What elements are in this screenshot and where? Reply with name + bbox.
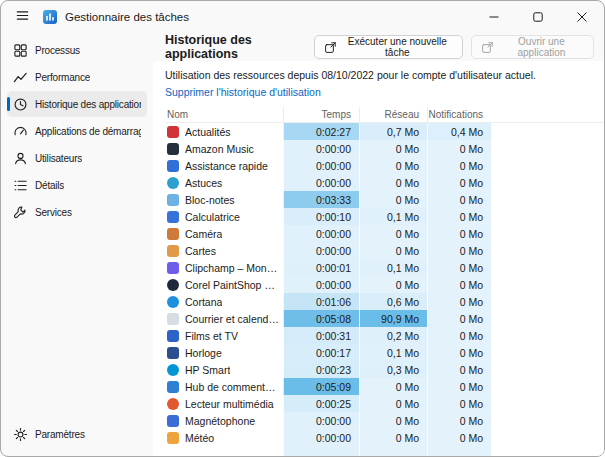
notifications-cell: 0 Mo: [427, 259, 491, 276]
sidebar-nav: Processus Performance Historique des app…: [7, 37, 147, 226]
app-icon: [167, 160, 179, 172]
sidebar-item-utilisateurs[interactable]: Utilisateurs: [7, 145, 147, 171]
table-row[interactable]: HP Smart 0:00:23 0,3 Mo 0 Mo: [165, 361, 604, 378]
sidebar-item-applications-demarrage[interactable]: Applications de démarrage: [7, 118, 147, 144]
cpu-time-cell: 0:01:06: [283, 293, 359, 310]
minimize-button[interactable]: [472, 1, 516, 33]
notifications-cell: 0 Mo: [427, 361, 491, 378]
app-name: Météo: [185, 432, 214, 444]
network-cell: 0,7 Mo: [359, 123, 427, 140]
app-icon: [167, 415, 179, 427]
table-row[interactable]: Astuces 0:00:00 0 Mo 0 Mo: [165, 174, 604, 191]
notifications-cell: 0,4 Mo: [427, 123, 491, 140]
notifications-cell: 0 Mo: [427, 310, 491, 327]
app-name: Amazon Music: [185, 143, 254, 155]
app-name: Actualités: [185, 126, 231, 138]
cpu-time-cell: 0:00:17: [283, 344, 359, 361]
sidebar-item-label: Paramètres: [35, 429, 85, 440]
network-cell: 0 Mo: [359, 395, 427, 412]
table-row[interactable]: Hub de commentaires 0:05:09 0 Mo 0 Mo: [165, 378, 604, 395]
notifications-cell: 0 Mo: [427, 208, 491, 225]
sidebar-item-parametres[interactable]: Paramètres: [7, 421, 147, 447]
app-icon: [167, 279, 179, 291]
table-row[interactable]: Amazon Music 0:00:00 0 Mo 0 Mo: [165, 140, 604, 157]
main-header: Historique des applications Exécuter une…: [153, 33, 604, 61]
column-header-temps-processeur[interactable]: Temps processeur: [283, 107, 359, 122]
app-icon: [167, 347, 179, 359]
table-row[interactable]: Cartes 0:00:00 0 Mo 0 Mo: [165, 242, 604, 259]
app-name-cell: Amazon Music: [165, 140, 283, 157]
app-name-cell: Calculatrice: [165, 208, 283, 225]
open-app-icon: [481, 41, 494, 54]
network-cell: 0 Mo: [359, 225, 427, 242]
table-row[interactable]: Courrier et calendrier 0:05:08 90,9 Mo 0…: [165, 310, 604, 327]
app-name-cell: [165, 446, 283, 456]
network-cell: 90,9 Mo: [359, 310, 427, 327]
column-header-notifications[interactable]: Notifications: [427, 107, 491, 122]
network-cell: 0,1 Mo: [359, 208, 427, 225]
table-row[interactable]: Calculatrice 0:00:10 0,1 Mo 0 Mo: [165, 208, 604, 225]
close-button[interactable]: [560, 1, 604, 33]
app-name-cell: HP Smart: [165, 361, 283, 378]
gear-icon: [13, 427, 28, 442]
app-name-cell: Corel PaintShop Pro: [165, 276, 283, 293]
app-name: Magnétophone: [185, 415, 255, 427]
table-row[interactable]: Caméra 0:00:00 0 Mo 0 Mo: [165, 225, 604, 242]
table-row[interactable]: Corel PaintShop Pro 0:00:00 0 Mo 0 Mo: [165, 276, 604, 293]
table-row[interactable]: Horloge 0:00:17 0,1 Mo 0 Mo: [165, 344, 604, 361]
run-new-task-button[interactable]: Exécuter une nouvelle tâche: [314, 35, 463, 59]
table-row[interactable]: Cortana 0:01:06 0,6 Mo 0 Mo: [165, 293, 604, 310]
table-row[interactable]: Magnétophone 0:00:00 0 Mo 0 Mo: [165, 412, 604, 429]
app-name-cell: Cortana: [165, 293, 283, 310]
app-name: Films et TV: [185, 330, 238, 342]
sidebar-item-details[interactable]: Détails: [7, 172, 147, 198]
main-panel: Historique des applications Exécuter une…: [153, 33, 604, 456]
sidebar-item-processus[interactable]: Processus: [7, 37, 147, 63]
open-application-button[interactable]: Ouvrir une application: [471, 35, 594, 59]
app-history-icon: [13, 97, 28, 112]
sidebar-item-label: Détails: [35, 180, 64, 191]
cpu-time-cell: 0:00:23: [283, 361, 359, 378]
hamburger-icon: [15, 8, 30, 27]
app-name: Hub de commentaires: [185, 381, 279, 393]
app-name-cell: Hub de commentaires: [165, 378, 283, 395]
titlebar: Gestionnaire des tâches: [1, 1, 604, 33]
app-icon: [167, 211, 179, 223]
table-row[interactable]: Lecteur multimédia 0:00:25 0 Mo 0 Mo: [165, 395, 604, 412]
cpu-time-cell: 0:00:00: [283, 225, 359, 242]
navigation-menu-button[interactable]: [9, 4, 35, 30]
cpu-time-cell: 0:00:10: [283, 208, 359, 225]
sidebar-item-performance[interactable]: Performance: [7, 64, 147, 90]
app-name: Assistance rapide: [185, 160, 268, 172]
cpu-time-cell: 0:00:00: [283, 429, 359, 446]
details-icon: [13, 178, 28, 193]
sidebar-item-services[interactable]: Services: [7, 199, 147, 225]
table-row[interactable]: Météo 0:00:00 0 Mo 0 Mo: [165, 429, 604, 446]
sidebar-item-historique-applications[interactable]: Historique des applications: [7, 91, 147, 117]
cpu-time-cell: 0:03:33: [283, 191, 359, 208]
cpu-time-cell: 0:00:01: [283, 259, 359, 276]
table-row[interactable]: Assistance rapide 0:00:00 0 Mo 0 Mo: [165, 157, 604, 174]
notifications-cell: 0 Mo: [427, 225, 491, 242]
notifications-cell: 0 Mo: [427, 412, 491, 429]
sidebar-item-label: Applications de démarrage: [35, 126, 141, 137]
window-title: Gestionnaire des tâches: [65, 11, 189, 23]
table-row[interactable]: Films et TV 0:00:31 0,2 Mo 0 Mo: [165, 327, 604, 344]
processes-icon: [13, 43, 28, 58]
column-header-reseau[interactable]: Réseau: [359, 107, 427, 122]
sidebar: Processus Performance Historique des app…: [1, 33, 153, 456]
cpu-time-cell: 0:00:00: [283, 157, 359, 174]
table-row[interactable]: Actualités 0:02:27 0,7 Mo 0,4 Mo: [165, 123, 604, 140]
table-row[interactable]: Clipchamp – Montage ... 0:00:01 0,1 Mo 0…: [165, 259, 604, 276]
maximize-button[interactable]: [516, 1, 560, 33]
delete-history-link[interactable]: Supprimer l'historique d'utilisation: [165, 85, 321, 99]
table-row[interactable]: [165, 446, 604, 456]
services-icon: [13, 205, 28, 220]
network-cell: [359, 446, 427, 456]
app-name-cell: Courrier et calendrier: [165, 310, 283, 327]
app-name: Courrier et calendrier: [185, 313, 279, 325]
table-row[interactable]: Bloc-notes 0:03:33 0 Mo 0 Mo: [165, 191, 604, 208]
app-icon: [167, 398, 179, 410]
column-header-nom[interactable]: Nom: [165, 107, 283, 122]
cpu-time-cell: 0:00:00: [283, 140, 359, 157]
